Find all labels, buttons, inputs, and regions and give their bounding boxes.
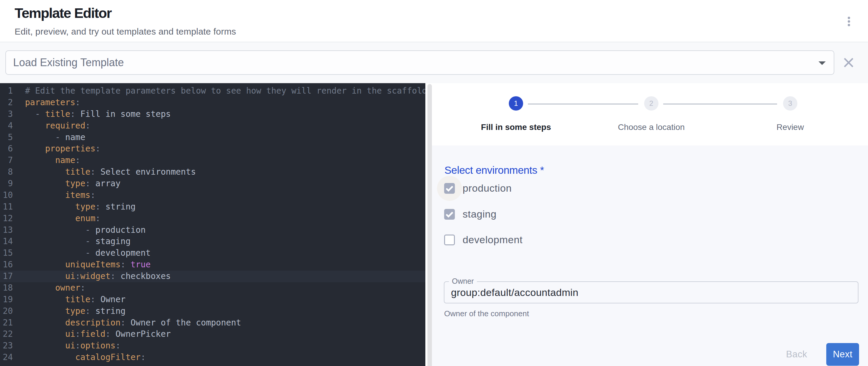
code-token-punct: :	[90, 295, 100, 304]
code-token-punct: :	[115, 341, 120, 350]
code-token-comment: # Edit the template parameters below to …	[25, 86, 425, 96]
code-token-punct	[25, 179, 65, 188]
code-token-punct: :	[85, 179, 95, 188]
line-content: type: string	[25, 305, 125, 317]
code-line-5[interactable]: 5 - name	[0, 132, 425, 143]
code-token-punct	[25, 318, 65, 328]
code-line-20[interactable]: 20 type: string	[0, 305, 425, 317]
code-token-punct: -	[25, 132, 65, 142]
code-line-14[interactable]: 14 - staging	[0, 236, 425, 247]
owner-input[interactable]	[451, 282, 850, 303]
code-line-12[interactable]: 12 enum:	[0, 213, 425, 224]
next-button[interactable]: Next	[826, 343, 859, 366]
code-line-3[interactable]: 3 - title: Fill in some steps	[0, 109, 425, 120]
check-icon-path	[446, 186, 453, 190]
line-content: ui:field: OwnerPicker	[25, 329, 171, 340]
code-token-punct	[25, 329, 65, 339]
code-token-key: required	[45, 121, 85, 130]
code-token-punct: :	[75, 155, 81, 165]
back-button[interactable]: Back	[786, 349, 807, 360]
code-token-value: array	[95, 179, 120, 188]
code-token-key: ui	[65, 329, 75, 339]
code-token-value: Select environments	[100, 167, 196, 177]
code-token-key: type	[65, 306, 85, 316]
option-label-staging: staging	[463, 208, 497, 220]
code-token-punct: :	[75, 271, 81, 281]
code-token-punct	[25, 121, 45, 130]
split-pane-divider[interactable]	[428, 84, 432, 366]
kebab-menu-icon	[848, 24, 850, 26]
clear-selection-button[interactable]	[841, 55, 856, 70]
code-line-6[interactable]: 6 properties:	[0, 143, 425, 155]
code-line-21[interactable]: 21 description: Owner of the component	[0, 317, 425, 329]
line-content: ui:widget: checkboxes	[25, 271, 171, 282]
check-icon	[444, 209, 455, 220]
code-token-punct: :	[95, 202, 105, 212]
code-token-punct: :	[75, 329, 81, 339]
step-connector	[528, 104, 638, 104]
code-line-8[interactable]: 8 title: Select environments	[0, 166, 425, 178]
line-content: parameters:	[25, 97, 80, 109]
code-line-1[interactable]: 1# Edit the template parameters below to…	[0, 85, 425, 97]
code-token-punct: :	[95, 213, 100, 223]
template-editor-page: Template Editor Edit, preview, and try o…	[0, 0, 868, 366]
line-content: description: Owner of the component	[25, 317, 241, 329]
step-connector	[663, 104, 777, 104]
line-content: ui:options:	[25, 340, 120, 352]
line-content: - production	[25, 224, 146, 236]
yaml-code-editor[interactable]: 1# Edit the template parameters below to…	[0, 83, 425, 366]
line-content: title: Select environments	[25, 166, 196, 178]
load-existing-template-select[interactable]: Load Existing Template	[5, 50, 834, 75]
code-token-punct	[25, 306, 65, 316]
template-toolbar: Load Existing Template	[0, 42, 868, 83]
close-icon	[841, 55, 856, 70]
line-content: catalogFilter:	[25, 352, 146, 363]
code-line-22[interactable]: 22 ui:field: OwnerPicker	[0, 329, 425, 340]
code-line-17[interactable]: 17 ui:widget: checkboxes	[0, 271, 425, 282]
code-token-punct	[25, 190, 65, 200]
code-line-7[interactable]: 7 name:	[0, 155, 425, 166]
line-number: 1	[0, 85, 13, 97]
line-content: - staging	[25, 236, 130, 247]
code-token-key: title	[65, 167, 90, 177]
code-token-punct	[25, 155, 55, 165]
owner-field: Owner	[444, 281, 859, 303]
code-token-punct: -	[25, 109, 45, 119]
line-number: 18	[0, 282, 13, 294]
checkbox-checked-staging[interactable]	[444, 209, 455, 220]
select-environments-label: Select environments *	[444, 164, 544, 176]
code-token-value: string	[95, 306, 125, 316]
line-number: 16	[0, 259, 13, 271]
line-number: 14	[0, 236, 13, 247]
line-content: required:	[25, 120, 90, 132]
code-token-punct: :	[111, 271, 121, 281]
code-line-16[interactable]: 16 uniqueItems: true	[0, 259, 425, 271]
code-token-key: enum	[75, 213, 95, 223]
code-line-24[interactable]: 24 catalogFilter:	[0, 352, 425, 363]
code-token-punct: :	[141, 352, 146, 362]
line-content: - development	[25, 247, 151, 259]
code-line-15[interactable]: 15 - development	[0, 247, 425, 259]
code-token-value: string	[105, 202, 135, 212]
checkbox-checked-production[interactable]	[444, 183, 455, 194]
code-line-9[interactable]: 9 type: array	[0, 178, 425, 189]
code-token-punct	[25, 295, 65, 304]
step-label-3: Review	[776, 122, 804, 132]
code-line-13[interactable]: 13 - production	[0, 224, 425, 236]
kebab-menu-icon	[848, 20, 850, 23]
code-line-18[interactable]: 18 owner:	[0, 282, 425, 294]
code-line-2[interactable]: 2parameters:	[0, 97, 425, 109]
code-line-10[interactable]: 10 items:	[0, 189, 425, 201]
code-line-11[interactable]: 11 type: string	[0, 201, 425, 213]
code-line-23[interactable]: 23 ui:options:	[0, 340, 425, 352]
code-line-4[interactable]: 4 required:	[0, 120, 425, 132]
checkbox-unchecked-development[interactable]	[444, 235, 455, 245]
code-token-key: description	[65, 318, 120, 328]
code-token-punct: -	[25, 248, 95, 258]
line-number: 5	[0, 132, 13, 143]
line-number: 3	[0, 109, 13, 120]
code-token-punct: :	[85, 306, 95, 316]
code-line-19[interactable]: 19 title: Owner	[0, 294, 425, 305]
more-options-button[interactable]	[835, 7, 863, 36]
kebab-menu-icon	[848, 17, 850, 19]
